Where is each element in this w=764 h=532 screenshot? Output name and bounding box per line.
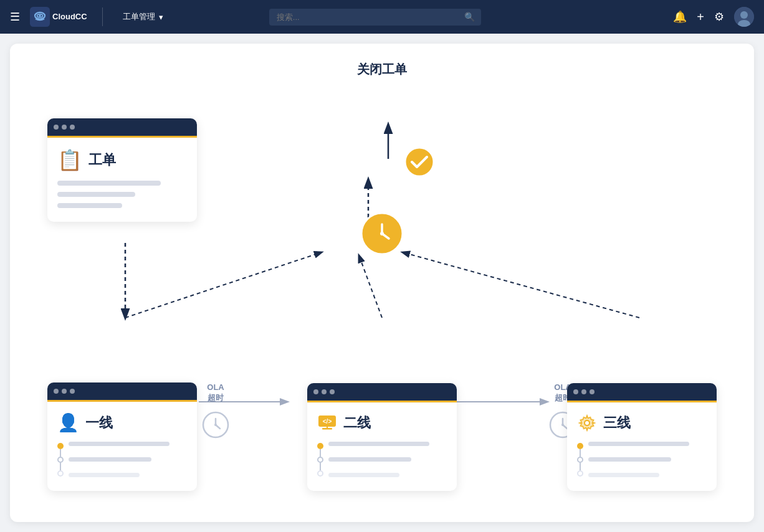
card-title-row-l1: 👤 一线 <box>57 412 187 433</box>
card-header-l1 <box>47 382 197 400</box>
navbar-actions: 🔔 + ⚙ <box>673 7 754 27</box>
logo-text: CloudCC <box>52 12 87 21</box>
dot-empty-1 <box>317 457 323 463</box>
code-monitor-icon: </> <box>317 413 337 433</box>
clock-icon-large <box>360 212 404 255</box>
svg-point-23 <box>380 232 384 235</box>
svg-point-39 <box>585 421 589 425</box>
card-body-l2: </> 二线 <box>307 404 457 491</box>
dot-empty-2 <box>577 470 583 477</box>
card-line-2 <box>57 192 135 197</box>
line-b <box>328 457 411 462</box>
line1-card: 👤 一线 <box>47 382 197 491</box>
dot1 <box>54 389 59 394</box>
dot1 <box>573 389 578 394</box>
dot3 <box>70 389 75 394</box>
diagram-area: 关闭工单 <box>10 44 754 522</box>
line-a <box>328 442 429 446</box>
check-icon-container <box>404 146 435 180</box>
vline <box>320 449 321 457</box>
svg-line-12 <box>403 252 639 318</box>
vline2 <box>320 463 321 470</box>
module-dropdown[interactable]: 工单管理 ▾ <box>118 9 168 25</box>
line2-card: </> 二线 <box>307 383 457 491</box>
card-title-row-l3: 三线 <box>577 413 707 433</box>
ola1-container: OLA超时 <box>202 382 229 441</box>
add-icon[interactable]: + <box>697 10 704 24</box>
card-bar-l3 <box>567 401 717 402</box>
logo: CloudCC <box>30 7 87 27</box>
line-a <box>588 442 689 446</box>
card-bar-l1 <box>47 400 197 402</box>
chevron-down-icon: ▾ <box>159 12 163 22</box>
card-bar-l2 <box>307 401 457 402</box>
timeline-row-1 <box>57 442 187 482</box>
dot2 <box>322 389 327 394</box>
center-clock <box>360 212 404 258</box>
ola1-clock-icon <box>202 411 229 439</box>
dot3 <box>330 389 335 394</box>
settings-icon[interactable]: ⚙ <box>714 10 724 24</box>
card-line-3 <box>57 203 122 208</box>
menu-icon[interactable]: ☰ <box>10 10 20 24</box>
dot-filled <box>57 443 64 449</box>
dot3 <box>70 125 75 130</box>
vline2 <box>60 463 61 470</box>
card-bar <box>47 136 197 138</box>
svg-text:</>: </> <box>323 418 332 425</box>
card-header-l3 <box>567 383 717 401</box>
vline2 <box>580 463 581 470</box>
workorder-title: 工单 <box>88 151 116 169</box>
vline <box>60 449 61 457</box>
dropdown-label: 工单管理 <box>123 11 155 22</box>
card-line-1 <box>57 181 161 186</box>
dot-empty-1 <box>57 457 64 463</box>
dot2 <box>62 125 67 130</box>
dot-empty-2 <box>317 470 323 477</box>
workorder-card: 📋 工单 <box>47 118 197 222</box>
person-icon: 👤 <box>57 412 79 433</box>
line-b <box>588 457 671 462</box>
dot1 <box>313 389 318 394</box>
line1-title: 一线 <box>85 414 113 432</box>
card-lines-block <box>69 442 187 482</box>
dot-filled <box>577 443 583 449</box>
ola1-label: OLA超时 <box>202 382 229 404</box>
nav-divider <box>102 7 103 26</box>
timeline-dots-l2 <box>317 443 323 477</box>
logo-icon <box>30 7 50 27</box>
navbar: ☰ CloudCC 工单管理 ▾ 🔍 🔔 + ⚙ <box>0 0 764 34</box>
card-title-row: 📋 工单 <box>57 148 187 172</box>
search-input[interactable] <box>269 9 481 26</box>
dot2 <box>62 389 67 394</box>
avatar[interactable] <box>734 7 754 27</box>
dot-empty-2 <box>57 470 64 477</box>
svg-point-5 <box>740 11 748 19</box>
timeline-row-l3 <box>577 442 707 482</box>
dot-empty-1 <box>577 457 583 463</box>
timeline-row-l2 <box>317 442 447 482</box>
card-lines-block-l2 <box>328 442 447 482</box>
svg-point-36 <box>561 424 564 426</box>
dot-filled <box>317 443 323 449</box>
card-header <box>47 118 197 136</box>
gear-settings-icon <box>577 413 597 433</box>
svg-line-11 <box>359 255 382 318</box>
line-c <box>69 473 140 477</box>
line-c <box>588 473 659 477</box>
svg-rect-30 <box>322 428 332 430</box>
notification-icon[interactable]: 🔔 <box>673 10 687 24</box>
svg-point-28 <box>214 424 217 426</box>
line-b <box>69 457 151 462</box>
svg-line-10 <box>125 252 322 318</box>
card-body-l1: 👤 一线 <box>47 404 197 491</box>
dot3 <box>590 389 594 394</box>
timeline-dots-1 <box>57 443 64 477</box>
line2-title: 二线 <box>343 414 371 432</box>
check-icon <box>404 146 435 178</box>
line3-title: 三线 <box>603 414 631 432</box>
card-lines-block-l3 <box>588 442 707 482</box>
svg-point-3 <box>39 14 41 17</box>
svg-point-24 <box>405 148 434 176</box>
card-body: 📋 工单 <box>47 140 197 222</box>
